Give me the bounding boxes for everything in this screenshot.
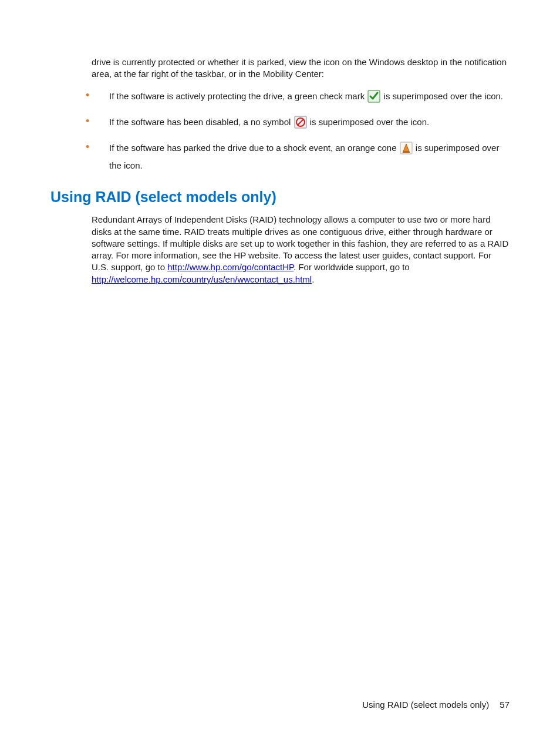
body-text: . For worldwide support, go to — [294, 262, 410, 272]
page-number: 57 — [500, 700, 510, 710]
list-item: If the software is actively protecting t… — [86, 88, 510, 105]
support-link-us[interactable]: http://www.hp.com/go/contactHP — [167, 262, 294, 272]
green-check-icon — [367, 90, 380, 103]
bullet-text: If the software has parked the drive due… — [109, 143, 396, 153]
section-heading: Using RAID (select models only) — [50, 187, 510, 207]
bullet-text: If the software is actively protecting t… — [109, 91, 367, 101]
body-paragraph: Redundant Arrays of Independent Disks (R… — [92, 214, 510, 285]
list-item: If the software has been disabled, a no … — [86, 113, 510, 131]
bullet-text: is superimposed over the icon. — [384, 91, 503, 101]
document-page: drive is currently protected or whether … — [0, 0, 560, 746]
intro-paragraph: drive is currently protected or whether … — [92, 56, 510, 80]
no-symbol-icon — [294, 116, 307, 129]
footer-title: Using RAID (select models only) — [362, 700, 489, 710]
bullet-list: If the software is actively protecting t… — [86, 88, 510, 174]
support-link-worldwide[interactable]: http://welcome.hp.com/country/us/en/wwco… — [92, 274, 312, 284]
svg-rect-6 — [403, 152, 410, 153]
list-item: If the software has parked the drive due… — [86, 139, 510, 174]
bullet-text: If the software has been disabled, a no … — [109, 117, 294, 127]
orange-cone-icon — [400, 142, 413, 154]
bullet-text: is superimposed over the icon. — [310, 117, 429, 127]
body-text: . — [312, 274, 314, 284]
page-footer: Using RAID (select models only) 57 — [362, 699, 510, 711]
